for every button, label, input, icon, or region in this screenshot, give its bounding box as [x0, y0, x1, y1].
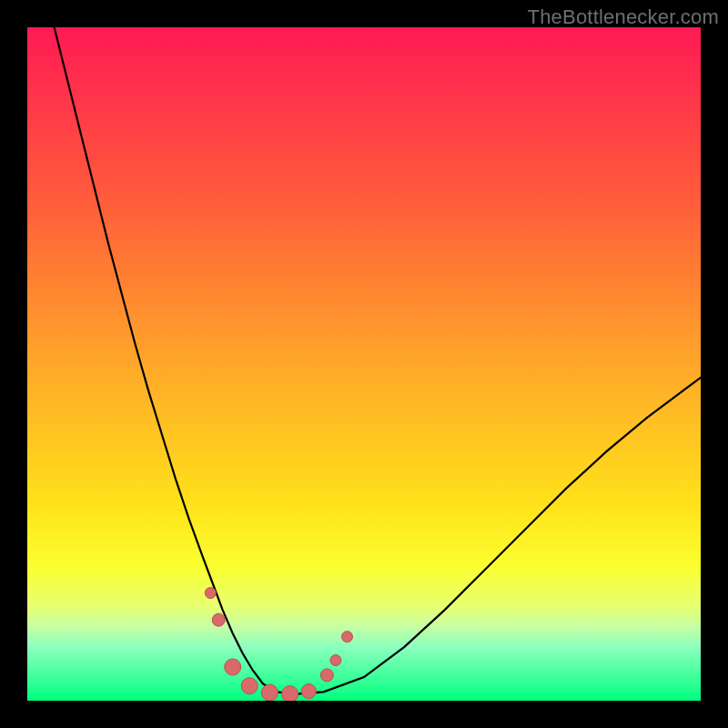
curve-marker [282, 686, 298, 701]
watermark-text: TheBottlenecker.com [528, 5, 719, 29]
curve-marker [330, 655, 341, 666]
curve-marker [342, 632, 353, 642]
chart-frame: TheBottlenecker.com [0, 0, 728, 728]
curve-marker [225, 659, 241, 675]
plot-area [27, 27, 701, 701]
curve-layer [27, 27, 701, 701]
bottleneck-curve [55, 27, 701, 694]
curve-marker [261, 684, 278, 701]
curve-marker [301, 684, 316, 699]
curve-marker [320, 669, 333, 682]
curve-marker [212, 613, 225, 626]
curve-marker [205, 588, 216, 599]
curve-markers [205, 588, 352, 701]
curve-marker [241, 678, 258, 694]
